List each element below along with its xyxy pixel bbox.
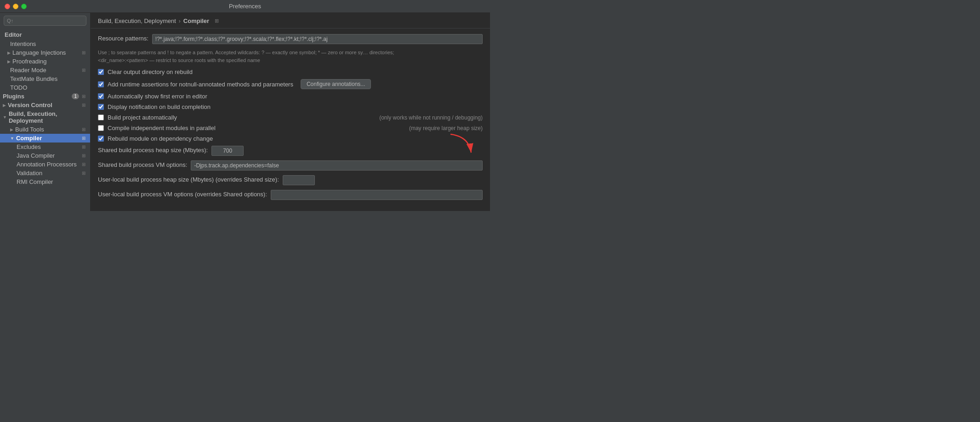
build-automatically-label: Build project automatically [108,114,177,121]
sidebar-item-label: TODO [10,84,27,91]
sidebar-item-label: Compiler [16,135,42,142]
settings-icon: ⊞ [82,94,87,99]
settings-icon: ⊞ [82,136,87,141]
content-body: Resource patterns: Use ; to separate pat… [91,29,490,210]
sidebar-item-reader-mode[interactable]: Reader Mode ⊞ [0,66,90,74]
compile-parallel-row: Compile independent modules in parallel … [98,125,483,131]
user-vm-options-input[interactable] [271,190,483,200]
display-notification-checkbox[interactable] [98,104,104,110]
resource-patterns-row: Resource patterns: [98,34,483,44]
sidebar-item-label: Plugins [3,93,24,100]
build-automatically-row: Build project automatically (only works … [98,114,483,121]
resource-patterns-label: Resource patterns: [98,34,148,42]
display-notification-label: Display notification on build completion [108,103,211,110]
traffic-lights [5,4,27,9]
main-container: Q↑ Editor Intentions ▶ Language Injectio… [0,13,490,211]
sidebar-item-validation[interactable]: Validation ⊞ [0,169,90,177]
expand-icon: ▶ [7,59,11,64]
breadcrumb-current: Compiler [183,17,209,24]
sidebar-item-build-tools[interactable]: ▶ Build Tools ⊞ [0,125,90,134]
sidebar-item-excludes[interactable]: Excludes ⊞ [0,143,90,151]
sidebar-item-version-control[interactable]: ▶ Version Control ⊞ [0,101,90,109]
sidebar-section-plugins[interactable]: Plugins 1 ⊞ [0,92,90,101]
user-vm-options-row: User-local build process VM options (ove… [98,190,483,200]
sidebar-section-editor: Editor [0,29,90,40]
configure-annotations-button[interactable]: Configure annotations... [301,79,371,89]
sidebar-item-label: Proofreading [12,58,46,65]
resource-patterns-input[interactable] [152,34,483,44]
sidebar-item-language-injections[interactable]: ▶ Language Injections ⊞ [0,48,90,57]
vm-options-row: Shared build process VM options: [98,160,483,171]
user-heap-size-input[interactable] [283,175,315,185]
settings-icon: ⊞ [82,171,87,176]
sidebar-item-label: Version Control [8,102,52,108]
sidebar-item-label: Language Injections [12,49,66,56]
settings-icon: ⊞ [82,103,87,108]
sidebar-item-label: Intentions [10,40,36,47]
user-heap-size-label: User-local build process heap size (Mbyt… [98,175,279,183]
auto-show-error-row: Automatically show first error in editor [98,93,483,100]
resource-patterns-hint: Use ; to separate patterns and ! to nega… [98,49,420,64]
heap-size-row: Shared build process heap size (Mbytes): [98,146,483,156]
clear-output-row: Clear output directory on rebuild [98,68,483,75]
sidebar-item-label: Reader Mode [10,67,46,74]
expand-icon: ▼ [3,115,7,120]
search-input[interactable] [15,17,83,24]
compile-parallel-label: Compile independent modules in parallel [108,125,216,131]
sidebar-item-intentions[interactable]: Intentions [0,40,90,48]
sidebar-item-label: Build, Execution, Deployment [9,110,87,124]
sidebar-item-compiler[interactable]: ▼ Compiler ⊞ [0,134,90,143]
expand-icon: ▶ [7,51,11,55]
breadcrumb-bar: Build, Execution, Deployment › Compiler … [91,13,490,29]
sidebar-item-label: Java Compiler [17,152,55,159]
sidebar-item-textmate-bundles[interactable]: TextMate Bundles [0,74,90,83]
build-automatically-hint: (only works while not running / debuggin… [370,114,483,121]
auto-show-error-checkbox[interactable] [98,93,104,99]
breadcrumb-settings-icon: ⊞ [215,18,219,24]
maximize-button[interactable] [21,4,27,9]
window-title: Preferences [229,3,261,10]
sidebar-item-label: TextMate Bundles [10,75,57,82]
settings-icon: ⊞ [82,127,87,132]
add-runtime-checkbox[interactable] [98,81,104,87]
sidebar-item-todo[interactable]: TODO [0,83,90,92]
content-area: Build, Execution, Deployment › Compiler … [91,13,490,211]
plugins-badge: 1 [72,93,79,99]
settings-icon: ⊞ [82,162,87,167]
sidebar-item-rmi-compiler[interactable]: RMI Compiler [0,177,90,186]
add-runtime-row: Add runtime assertions for notnull-annot… [98,79,483,89]
expand-icon: ▶ [3,103,6,108]
add-runtime-label: Add runtime assertions for notnull-annot… [108,81,293,88]
build-automatically-checkbox[interactable] [98,114,104,120]
settings-icon: ⊞ [82,68,87,73]
expand-icon: ▶ [10,127,13,132]
settings-icon: ⊞ [82,50,87,56]
sidebar-item-proofreading[interactable]: ▶ Proofreading [0,57,90,66]
display-notification-row: Display notification on build completion [98,103,483,110]
vm-options-label: Shared build process VM options: [98,160,187,168]
sidebar-item-annotation-processors[interactable]: Annotation Processors ⊞ [0,160,90,169]
settings-icon: ⊞ [82,153,87,159]
user-vm-options-label: User-local build process VM options (ove… [98,190,267,198]
search-icon: Q↑ [7,18,13,23]
sidebar-item-label: RMI Compiler [17,178,53,185]
settings-icon: ⊞ [82,144,87,150]
heap-size-label: Shared build process heap size (Mbytes): [98,146,208,154]
sidebar-item-build-exec-deploy[interactable]: ▼ Build, Execution, Deployment [0,109,90,125]
breadcrumb-parent: Build, Execution, Deployment [98,17,176,24]
compile-parallel-hint: (may require larger heap size) [400,125,483,131]
vm-options-input[interactable] [191,160,483,171]
rebuild-module-checkbox[interactable] [98,136,104,142]
clear-output-checkbox[interactable] [98,69,104,75]
rebuild-module-row: Rebuild module on dependency change [98,135,483,142]
sidebar-item-label: Excludes [17,143,41,150]
sidebar-item-java-compiler[interactable]: Java Compiler ⊞ [0,151,90,160]
heap-size-input[interactable] [211,146,244,156]
sidebar-item-label: Validation [17,170,42,177]
close-button[interactable] [5,4,10,9]
rebuild-module-label: Rebuild module on dependency change [108,135,213,142]
user-heap-size-row: User-local build process heap size (Mbyt… [98,175,483,185]
search-box[interactable]: Q↑ [4,16,86,26]
minimize-button[interactable] [13,4,18,9]
compile-parallel-checkbox[interactable] [98,125,104,131]
